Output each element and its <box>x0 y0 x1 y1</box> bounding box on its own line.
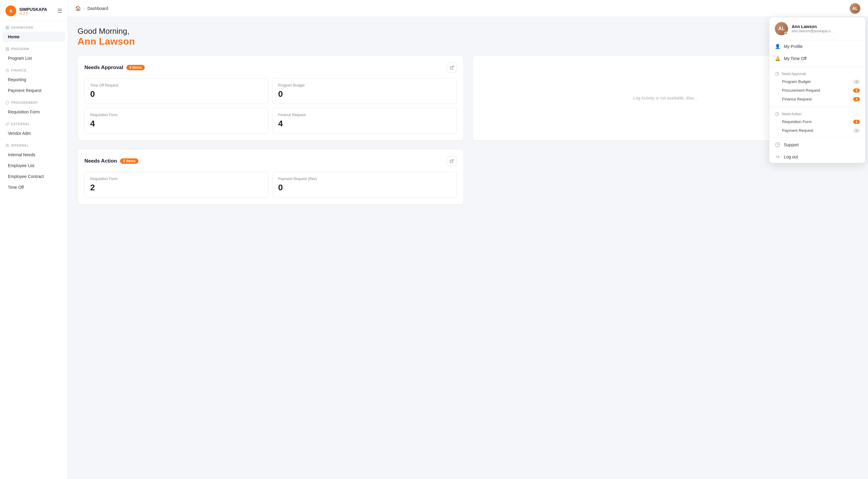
logo-text: SIMPUSKAPA v1.2.9 <box>19 7 47 15</box>
user-icon: 👤 <box>775 44 780 49</box>
stat-action-payment: Payment Request (Rev) 0 <box>272 172 457 198</box>
app-name: SIMPUSKAPA <box>19 7 47 12</box>
needs-approval-title-row: Needs Approval 4 items <box>85 64 145 70</box>
svg-rect-7 <box>8 50 9 51</box>
needs-approval-title: Needs Approval <box>85 64 123 70</box>
greeting-text: Good Morning, <box>78 27 858 36</box>
dropdown-finance-request[interactable]: Finance Request 4 <box>769 95 865 103</box>
breadcrumb: 🏠 › Dashboard <box>75 5 108 11</box>
dropdown-action-payment[interactable]: Payment Request 0 <box>769 126 865 135</box>
needs-approval-card: Needs Approval 4 items Time Off Request … <box>78 56 464 141</box>
needs-action-grid: Requisition Form 2 Payment Request (Rev)… <box>85 172 457 198</box>
logo-icon: S <box>5 5 16 16</box>
action-clock-icon: 🕐 <box>775 112 779 116</box>
stat-time-off-request: Time Off Request 0 <box>85 78 269 104</box>
sidebar-section-finance: FINANCE <box>0 64 67 74</box>
dropdown-need-action-section: 🕐 Need Action: Requisition Form 2 Paymen… <box>769 108 865 136</box>
content-area: Good Morning, Ann Lawson Needs Approval … <box>68 17 868 479</box>
stat-value: 0 <box>90 89 263 99</box>
finance-request-count: 4 <box>853 97 860 101</box>
needs-action-external-link[interactable] <box>447 156 457 166</box>
dropdown-my-time-off[interactable]: 🔔 My Time Off <box>769 53 865 64</box>
procurement-request-label: Procurement Request <box>782 88 820 93</box>
svg-rect-2 <box>6 28 7 29</box>
my-time-off-label: My Time Off <box>784 56 806 61</box>
header-right: AL <box>849 3 861 14</box>
dropdown-support[interactable]: 🕐 Support <box>769 139 865 151</box>
sidebar-item-home[interactable]: Home <box>2 32 65 42</box>
app-version: v1.2.9 <box>19 12 47 15</box>
sidebar-item-vendor-adm[interactable]: Vendor Adm <box>2 128 65 139</box>
need-approval-section-title: 🕐 Need Approval: <box>769 69 865 77</box>
stat-label: Payment Request (Rev) <box>278 177 451 181</box>
support-label: Support <box>784 142 799 147</box>
sidebar-section-internal: INTERNAL <box>0 139 67 149</box>
sidebar-item-reporting[interactable]: Reporting <box>2 74 65 85</box>
dropdown-need-approval-section: 🕐 Need Approval: Program Budget 0 Procur… <box>769 67 865 105</box>
sidebar-item-time-off[interactable]: Time Off <box>2 182 65 192</box>
logout-icon: ↪ <box>775 154 780 159</box>
svg-rect-0 <box>6 26 7 27</box>
stat-finance-request: Finance Request 4 <box>272 108 457 133</box>
my-profile-label: My Profile <box>784 44 803 49</box>
home-icon[interactable]: 🏠 <box>75 5 81 11</box>
header: 🏠 › Dashboard AL <box>68 0 868 17</box>
sidebar-section-dashboard: DASHBOARD <box>0 21 67 31</box>
program-budget-count: 0 <box>853 80 860 84</box>
svg-rect-6 <box>6 50 7 51</box>
needs-approval-external-link[interactable] <box>447 62 457 73</box>
needs-approval-grid: Time Off Request 0 Program Budget 0 Requ… <box>85 78 457 133</box>
dropdown-avatar: AL <box>775 22 788 35</box>
dropdown-logout[interactable]: ↪ Log out <box>769 151 865 163</box>
sidebar-section-program: PROGRAM <box>0 42 67 53</box>
sidebar-item-payment-request[interactable]: Payment Request <box>2 85 65 96</box>
sidebar-item-internal-needs[interactable]: Internal Needs <box>2 150 65 160</box>
stat-value: 0 <box>278 89 451 99</box>
avatar[interactable]: AL <box>849 3 861 14</box>
stat-label: Time Off Request <box>90 83 263 88</box>
dropdown-user-name: Ann Lawson <box>792 24 833 29</box>
time-off-icon: 🔔 <box>775 56 780 61</box>
svg-point-9 <box>6 144 7 145</box>
user-dropdown: AL Ann Lawson ann.lawson@puskapa.o... 👤 … <box>769 17 866 163</box>
needs-action-badge: 2 items <box>120 158 138 164</box>
dropdown-user-email: ann.lawson@puskapa.o... <box>792 29 833 33</box>
online-status-dot <box>784 32 787 35</box>
sidebar: S SIMPUSKAPA v1.2.9 ☰ DASHBOARD Home PRO… <box>0 0 68 479</box>
needs-action-header: Needs Action 2 items <box>85 156 457 166</box>
needs-action-title: Needs Action <box>85 158 117 164</box>
sidebar-item-employee-list[interactable]: Employee List <box>2 160 65 171</box>
needs-approval-header: Needs Approval 4 items <box>85 62 457 73</box>
stat-value: 0 <box>278 183 451 192</box>
stat-value: 2 <box>90 183 263 192</box>
stat-requisition-form: Requisition Form 4 <box>85 108 269 133</box>
dropdown-my-profile[interactable]: 👤 My Profile <box>769 40 865 53</box>
main-content: 🏠 › Dashboard AL Good Morning, Ann Lawso… <box>68 0 868 479</box>
procurement-request-count: 4 <box>853 88 860 93</box>
sidebar-section-external: EXTERNAL <box>0 117 67 128</box>
greeting-section: Good Morning, Ann Lawson <box>78 27 858 47</box>
svg-line-10 <box>451 66 453 68</box>
svg-rect-5 <box>8 48 9 49</box>
sidebar-item-requisition-form[interactable]: Requisition Form <box>2 107 65 117</box>
finance-request-label: Finance Request <box>782 97 812 101</box>
sidebar-item-program-list[interactable]: Program List <box>2 53 65 63</box>
svg-rect-1 <box>8 26 9 27</box>
clock-icon: 🕐 <box>775 72 779 76</box>
hamburger-button[interactable]: ☰ <box>57 7 62 14</box>
svg-rect-3 <box>8 28 9 29</box>
dropdown-procurement-request[interactable]: Procurement Request 4 <box>769 86 865 95</box>
stat-label: Program Budget <box>278 83 451 88</box>
stat-value: 4 <box>90 119 263 128</box>
logout-label: Log out <box>784 154 798 159</box>
dropdown-program-budget[interactable]: Program Budget 0 <box>769 77 865 86</box>
stat-program-budget: Program Budget 0 <box>272 78 457 104</box>
log-activity-message: Log Activity is not available, disa... <box>633 96 697 100</box>
sidebar-section-procurement: PROCUREMENT <box>0 96 67 107</box>
svg-line-11 <box>451 159 453 161</box>
action-payment-label: Payment Request <box>782 128 813 133</box>
stat-action-requisition: Requisition Form 2 <box>85 172 269 198</box>
stat-label: Requisition Form <box>90 177 263 181</box>
dropdown-action-requisition[interactable]: Requisition Form 2 <box>769 117 865 126</box>
sidebar-item-employee-contract[interactable]: Employee Contract <box>2 171 65 182</box>
